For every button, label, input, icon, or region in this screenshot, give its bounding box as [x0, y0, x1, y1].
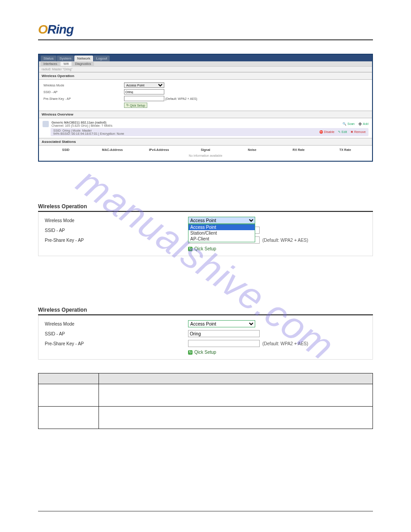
- overview-body: Generic MAC80211 802.11an (radio0) Chann…: [39, 118, 372, 138]
- psk-default: (Default: WPA2 + AES): [165, 97, 197, 100]
- col-noise: Noise: [229, 148, 275, 151]
- overview-bssid-row: 94% BSSID: 00:1E:94:18:E7:01 | Encryptio…: [53, 132, 124, 135]
- tab-system[interactable]: System: [57, 56, 74, 61]
- col-mac: MAC-Address: [89, 148, 136, 151]
- reload-icon: ↻: [188, 350, 193, 355]
- p2-label-ssid: SSID - AP: [45, 228, 188, 233]
- col-tx: TX Rate: [322, 148, 368, 151]
- footer: [38, 511, 373, 514]
- panel3-body: Wireless Mode Access Point SSID - AP Pre…: [38, 315, 373, 360]
- tab-network[interactable]: Network: [74, 56, 93, 61]
- td-r1c2: [99, 384, 373, 407]
- input-ssid[interactable]: [124, 89, 164, 94]
- td-r2c1: [39, 407, 99, 429]
- scan-link[interactable]: 🔍 Scan: [342, 122, 355, 126]
- col-rx: RX Rate: [275, 148, 322, 151]
- label-mode: Wireless Mode: [43, 84, 124, 87]
- section-associated-stations: Associated Stations: [39, 138, 372, 146]
- top-divider: [38, 39, 373, 40]
- panel2-head: Wireless Operation: [38, 202, 373, 212]
- reload-icon: ↻: [126, 103, 129, 107]
- p2-quick-setup-button[interactable]: ↻Qick Setup: [188, 246, 216, 251]
- add-link[interactable]: ➕ Add: [358, 122, 368, 126]
- input-psk[interactable]: [124, 96, 164, 101]
- main-tabs: Status System Network Logout: [39, 55, 372, 61]
- wifi-icon: [43, 121, 49, 127]
- col-ipv4: IPv4-Address: [136, 148, 182, 151]
- p3-default: (Default: WPA2 + AES): [262, 341, 308, 346]
- th-label: [39, 373, 99, 384]
- logo-o: O: [38, 22, 47, 36]
- bottom-divider: [38, 511, 373, 511]
- subtab-diagnostics[interactable]: Diagnostics: [72, 62, 94, 66]
- subtab-wifi[interactable]: Wifi: [61, 62, 72, 66]
- disable-link[interactable]: ⛔ Disable: [319, 130, 334, 134]
- specs-table: [38, 373, 373, 429]
- p2-default: (Default: WPA2 + AES): [262, 238, 308, 243]
- wireless-operation-form: Wireless Mode Access Point SSID - AP Pre…: [39, 80, 372, 111]
- p3-label-ssid: SSID - AP: [45, 331, 188, 336]
- p3-input-ssid[interactable]: [188, 330, 260, 337]
- logo: ORing: [38, 22, 373, 37]
- p3-select-mode[interactable]: Access Point: [188, 320, 255, 327]
- panel3-head: Wireless Operation: [38, 305, 373, 315]
- dropdown-list: Access Point Station/Client AP-Client: [188, 224, 255, 242]
- logo-rest: Ring: [47, 22, 73, 36]
- p2-label-mode: Wireless Mode: [45, 218, 188, 223]
- td-r1c1: [39, 384, 99, 407]
- overview-ssid-row: SSID: Oring | Mode: Master: [53, 129, 124, 132]
- th-desc: [99, 373, 373, 384]
- label-ssid: SSID - AP: [43, 90, 124, 94]
- dd-access-point[interactable]: Access Point: [188, 224, 255, 230]
- dd-station-client[interactable]: Station/Client: [188, 230, 255, 236]
- quick-setup-button[interactable]: ↻Qick Setup: [124, 103, 147, 108]
- router-admin-screenshot: Status System Network Logout Interfaces …: [38, 54, 373, 162]
- p3-quick-setup-button[interactable]: ↻Qick Setup: [188, 350, 216, 355]
- tab-status[interactable]: Status: [41, 56, 56, 61]
- p3-label-psk: Pre-Share Key - AP: [45, 341, 188, 346]
- col-ssid: SSID: [43, 148, 89, 151]
- edit-link[interactable]: ✎ Edit: [338, 130, 347, 134]
- sub-tabs: Interfaces Wifi Diagnostics: [39, 61, 372, 67]
- remove-link[interactable]: ✖ Remove: [351, 130, 366, 134]
- subtab-interfaces[interactable]: Interfaces: [41, 62, 60, 66]
- overview-title: Generic MAC80211 802.11an (radio0): [51, 121, 112, 124]
- p2-select-mode[interactable]: Access Point: [188, 217, 255, 224]
- reload-icon: ↻: [188, 247, 193, 251]
- overview-detail: Channel: 165 (5.825 GHz) | Bitrate: ? Mb…: [51, 124, 112, 127]
- panel2-body: Wireless Mode Access Point Access Point …: [38, 212, 373, 256]
- p3-input-psk[interactable]: [188, 340, 260, 347]
- td-r2c2: [99, 407, 373, 429]
- p3-label-mode: Wireless Mode: [45, 322, 188, 326]
- no-info: No information available: [43, 152, 368, 159]
- assoc-table: SSID MAC-Address IPv4-Address Signal Noi…: [39, 146, 372, 161]
- p2-label-psk: Pre-Share Key - AP: [45, 238, 188, 243]
- label-psk: Pre-Share Key - AP: [43, 97, 124, 100]
- select-mode[interactable]: Access Point: [124, 82, 164, 88]
- tab-logout[interactable]: Logout: [94, 56, 110, 61]
- breadcrumb: radio0: Master "Oring": [39, 67, 372, 72]
- section-wireless-overview: Wireless Overview: [39, 111, 372, 118]
- dd-ap-client[interactable]: AP-Client: [188, 236, 255, 242]
- col-signal: Signal: [182, 148, 229, 151]
- section-wireless-operation: Wireless Operation: [39, 72, 372, 80]
